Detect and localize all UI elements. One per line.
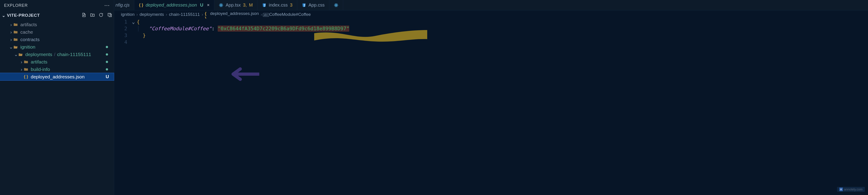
folder-open-icon [13,45,18,49]
explorer-sidebar: EXPLORER ⋯ ⌄ VITE-PROJECT ›artifacts›cac… [0,0,114,195]
json-file-icon: { } [24,74,29,79]
svg-rect-0 [108,13,111,16]
watermark-text: annotely.com [844,188,863,191]
close-icon[interactable]: × [207,2,210,8]
react-file-icon [334,3,338,7]
breadcrumb-separator-icon: › [202,12,203,17]
breadcrumb-item[interactable]: ignition [121,12,134,17]
tree-item-label: ignition [20,44,35,50]
file-tree-item[interactable]: ›cache [0,28,114,36]
chevron-icon: › [9,29,13,35]
git-modified-dot-icon [106,68,108,70]
tab-problems-count: 3 [290,2,292,8]
breadcrumb-item[interactable]: abc CoffeeModule#Coffee [264,12,311,17]
explorer-title: EXPLORER [4,3,28,8]
css-file-icon [262,3,267,7]
tree-item-label: cache [20,29,33,35]
svg-point-1 [221,5,221,5]
file-tree-item[interactable]: ›build-info [0,66,114,73]
breadcrumb-item[interactable]: deployments [140,12,164,17]
new-folder-icon[interactable] [90,12,95,19]
folder-icon [24,67,29,72]
tree-item-label: build-info [31,67,50,72]
tab[interactable]: App.tsx3, M [214,0,257,10]
json-file-icon: { } [205,14,209,18]
chevron-icon: › [20,59,24,65]
tab-active[interactable]: { }deployed_addresses.jsonU× [134,0,214,10]
breadcrumb-label: CoffeeModule#Coffee [269,12,311,17]
tab-label: App.css [309,2,324,8]
git-modified-dot-icon [106,53,108,56]
file-tree-item[interactable]: ›contracts [0,36,114,43]
refresh-icon[interactable] [98,12,103,19]
tab-git-status: U [200,2,203,8]
tree-item-label: artifacts [31,59,48,65]
breadcrumb-item[interactable]: { } deployed_addresses.json [205,11,259,18]
breadcrumb-label: deployed_addresses.json [210,11,259,16]
fold-column: ⌄ [130,19,137,195]
chevron-icon: ⌄ [9,44,13,50]
project-header[interactable]: ⌄ VITE-PROJECT [0,11,114,20]
breadcrumb-label: chain-11155111 [169,12,200,17]
tab[interactable] [329,0,343,10]
tree-item-label: artifacts [20,22,37,27]
tab[interactable]: index.css3 [257,0,297,10]
file-tree-item[interactable]: ›artifacts [0,21,114,28]
tab-bar: nfig.cjs{ }deployed_addresses.jsonU×App.… [114,0,868,10]
tab[interactable]: nfig.cjs [114,0,134,10]
breadcrumb: ignition›deployments›chain-11155111›{ } … [114,10,868,19]
breadcrumb-item[interactable]: chain-11155111 [169,12,200,17]
file-tree-item[interactable]: ›artifacts [0,58,114,66]
tab-problems-count: 3, [243,2,247,8]
chevron-icon: › [20,67,24,72]
file-tree-item[interactable]: ⌄deployments / chain-11155111 [0,51,114,58]
line-gutter: 1 2 3 4 [114,19,130,195]
git-status-letter: U [106,74,109,79]
tree-item-label: contracts [20,37,39,42]
git-modified-dot-icon [106,46,108,48]
file-tree-item-selected[interactable]: { }deployed_addresses.jsonU [0,73,114,80]
folder-icon [24,60,29,64]
editor-area: nfig.cjs{ }deployed_addresses.jsonU×App.… [114,0,868,195]
react-file-icon [219,3,223,7]
project-name: VITE-PROJECT [7,13,40,18]
breadcrumb-label: ignition [121,12,134,17]
chevron-down-icon: ⌄ [2,13,6,18]
folder-icon [13,22,18,27]
chevron-icon: › [9,22,13,27]
json-file-icon: { } [139,3,143,7]
file-tree-item[interactable]: ⌄ignition [0,43,114,51]
tab-label: App.tsx [225,2,241,8]
css-file-icon [302,3,306,7]
code-body: { │ "CoffeeModule#Coffee": "0xC8644fA354… [137,19,868,195]
chevron-icon: ⌄ [14,52,18,57]
breadcrumb-separator-icon: › [260,12,262,17]
tree-item-label: deployed_addresses.json [31,74,85,79]
git-modified-dot-icon [106,61,108,63]
tab-label: deployed_addresses.json [146,2,197,8]
explorer-header: EXPLORER ⋯ [0,0,114,11]
chevron-icon: › [9,37,13,42]
json-key: "CoffeeModule#Coffee" [149,26,212,31]
fold-chevron-icon[interactable]: ⌄ [130,19,137,25]
file-tree: ›artifacts›cache›contracts⌄ignition⌄depl… [0,20,114,195]
tab-label: nfig.cjs [116,2,129,8]
breadcrumb-separator-icon: › [166,12,167,17]
tree-item-label: deployments / chain-11155111 [25,52,91,57]
folder-icon [13,37,18,42]
code-editor[interactable]: 1 2 3 4 ⌄ { │ "CoffeeModule#Coffee": "0x… [114,19,868,195]
project-actions [81,12,112,19]
folder-open-icon [18,52,23,57]
symbol-string-icon: abc [264,13,268,17]
explorer-more-icon[interactable]: ⋯ [104,2,110,8]
json-value: "0xC8644fA354D7c2209cB6a9DFd9c6d18e899B8… [218,26,349,32]
new-file-icon[interactable] [81,12,86,19]
collapse-all-icon[interactable] [107,12,112,19]
breadcrumb-label: deployments [140,12,164,17]
breadcrumb-separator-icon: › [136,12,138,17]
tab[interactable]: App.css [297,0,329,10]
tab-label: index.css [269,2,287,8]
watermark: A annotely.com [837,187,865,192]
folder-icon [13,30,18,34]
watermark-logo-icon: A [839,188,843,191]
